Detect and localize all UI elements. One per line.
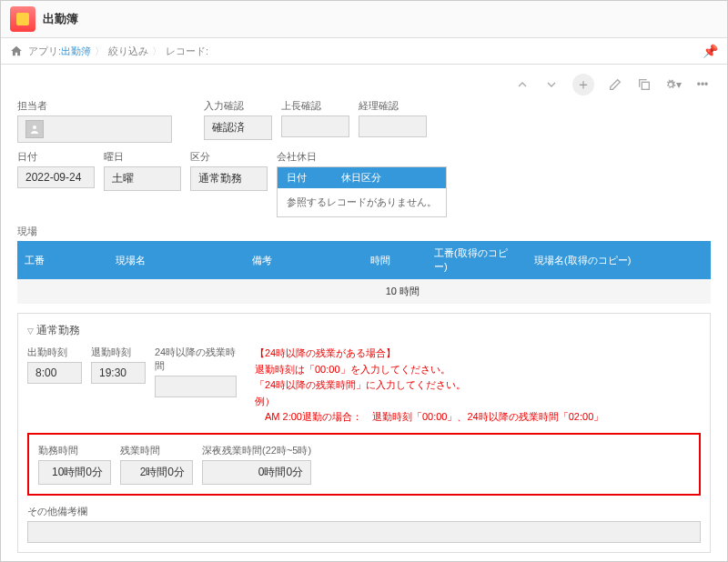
table-row[interactable]: 10 時間 [17,279,711,304]
svg-point-1 [33,125,36,129]
work-hours-value: 10時間0分 [38,460,111,485]
other-remarks-field[interactable] [27,521,701,543]
assignee-label: 担当者 [17,99,172,113]
overtime-hours-label: 残業時間 [120,444,193,457]
toolbar: ＋ ▾ ••• [1,65,727,99]
accounting-confirm-field[interactable] [359,115,427,137]
user-icon [25,120,44,138]
copy-icon[interactable] [636,76,652,93]
breadcrumb: アプリ: 出勤簿 〉 絞り込み 〉 レコード: 📌 [1,38,727,65]
breadcrumb-filter[interactable]: 絞り込み [108,45,148,58]
assignee-field[interactable] [17,115,172,143]
date-field[interactable]: 2022-09-24 [17,166,95,188]
accounting-confirm-label: 経理確認 [359,99,427,113]
after24-field[interactable] [155,376,237,397]
category-field[interactable]: 通常勤務 [190,166,268,191]
overtime-note: 【24時以降の残業がある場合】 退勤時刻は「00:00」を入力してください。 「… [246,346,603,426]
weekday-field[interactable]: 土曜 [104,166,181,191]
home-icon[interactable] [10,45,23,57]
breadcrumb-app-prefix: アプリ: [28,45,61,58]
breadcrumb-record-prefix: レコード: [166,45,208,58]
boss-confirm-field[interactable] [281,115,349,137]
normal-work-panel: 通常勤務 出勤時刻 8:00 退勤時刻 19:30 24時以降の残業時間 【24… [17,313,711,553]
end-field[interactable]: 19:30 [91,362,146,384]
category-label: 区分 [190,150,268,164]
start-field[interactable]: 8:00 [27,362,82,384]
site-col-no-copy: 工番(取得のコピー) [427,241,527,279]
breadcrumb-sep-icon: 〉 [95,45,105,58]
start-label: 出勤時刻 [27,346,82,359]
breadcrumb-app-link[interactable]: 出勤簿 [61,45,91,58]
svg-rect-0 [642,82,649,89]
breadcrumb-sep-icon: 〉 [152,45,162,58]
site-table: 工番 現場名 備考 時間 工番(取得のコピー) 現場名(取得のコピー) 10 時… [17,241,711,304]
holiday-table: 日付 休日区分 参照するレコードがありません。 [277,166,447,217]
late-overtime-label: 深夜残業時間(22時~5時) [202,444,311,457]
site-col-name-copy: 現場名(取得のコピー) [527,241,711,279]
input-confirm-label: 入力確認 [204,99,272,113]
holiday-label: 会社休日 [277,150,447,164]
end-label: 退勤時刻 [91,346,146,359]
input-confirm-field[interactable]: 確認済 [204,115,272,140]
holiday-col-date: 日付 [278,167,332,188]
edit-icon[interactable] [607,76,623,93]
boss-confirm-label: 上長確認 [281,99,349,113]
app-icon [10,6,35,32]
site-col-no: 工番 [17,241,108,279]
site-col-name: 現場名 [108,241,245,279]
bookmark-icon[interactable]: 📌 [703,44,718,58]
add-button[interactable]: ＋ [572,74,594,95]
date-label: 日付 [17,150,95,164]
holiday-col-type: 休日区分 [332,167,405,188]
late-overtime-value: 0時間0分 [202,460,311,485]
other-remarks-label: その他備考欄 [27,505,701,518]
nav-down-icon[interactable] [543,76,560,93]
nav-up-icon[interactable] [514,76,531,93]
after24-label: 24時以降の残業時間 [155,346,237,373]
weekday-label: 曜日 [104,150,181,164]
more-icon[interactable]: ••• [694,76,711,93]
site-label: 現場 [17,225,711,238]
work-hours-label: 勤務時間 [38,444,111,457]
app-title: 出勤簿 [43,11,78,27]
calculated-hours-box: 勤務時間 10時間0分 残業時間 2時間0分 深夜残業時間(22時~5時) 0時… [27,433,701,496]
overtime-hours-value: 2時間0分 [120,460,193,485]
site-col-hours: 時間 [363,241,427,279]
normal-work-title[interactable]: 通常勤務 [27,323,701,338]
header: 出勤簿 [1,1,727,38]
site-col-remarks: 備考 [245,241,363,279]
gear-icon[interactable]: ▾ [665,76,682,93]
holiday-empty-msg: 参照するレコードがありません。 [278,188,446,216]
